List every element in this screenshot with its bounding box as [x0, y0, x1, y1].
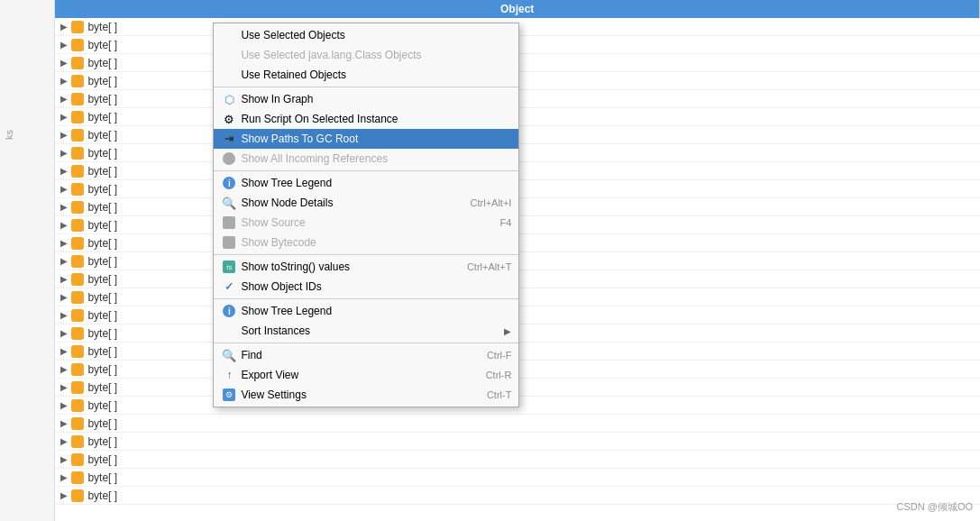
tree-row-label: byte[ ] [87, 183, 117, 196]
submenu-arrow: ▶ [504, 326, 511, 336]
menu-separator [214, 170, 518, 171]
menu-item-label: Show In Graph [241, 93, 511, 105]
menu-item-icon: 🔍 [221, 347, 237, 363]
tree-expand-icon[interactable]: ▶ [59, 328, 69, 339]
menu-item-label: Show Tree Legend [241, 305, 511, 317]
menu-item-show-tree-legend-1[interactable]: i Show Tree Legend [214, 173, 518, 193]
tree-expand-icon[interactable]: ▶ [59, 184, 69, 195]
menu-item-icon: ↑ [221, 367, 237, 383]
tree-node-icon [71, 75, 84, 87]
tree-row-label: byte[ ] [87, 327, 117, 340]
tree-expand-icon[interactable]: ▶ [59, 472, 69, 483]
tree-node-icon [71, 147, 84, 160]
tree-row-label: byte[ ] [87, 93, 117, 105]
tree-expand-icon[interactable]: ▶ [59, 436, 69, 447]
tree-expand-icon[interactable]: ▶ [59, 238, 69, 249]
menu-item-icon [221, 67, 237, 83]
menu-item-use-retained-objects[interactable]: Use Retained Objects [214, 65, 518, 85]
tree-expand-icon[interactable]: ▶ [59, 310, 69, 321]
menu-item-show-tostring[interactable]: ts Show toString() values Ctrl+Alt+T [214, 257, 518, 277]
tree-expand-icon[interactable]: ▶ [59, 382, 69, 393]
tree-expand-icon[interactable]: ▶ [59, 220, 69, 231]
menu-item-label: Show Object IDs [241, 280, 511, 293]
menu-item-label: Show Bytecode [241, 236, 511, 249]
tree-expand-icon[interactable]: ▶ [59, 94, 69, 105]
tree-node-icon [71, 291, 84, 304]
tree-node-icon [71, 237, 84, 250]
tree-expand-icon[interactable]: ▶ [59, 148, 69, 159]
tree-node-icon [71, 255, 84, 268]
tree-row[interactable]: ▶ byte[ ] [55, 415, 980, 433]
tree-expand-icon[interactable]: ▶ [59, 40, 69, 50]
menu-item-label: View Settings [241, 388, 469, 401]
context-menu: Use Selected Objects Use Selected java.l… [213, 23, 519, 407]
tree-row-label: byte[ ] [87, 417, 117, 430]
menu-item-label: Export View [241, 369, 467, 381]
menu-item-run-script[interactable]: ⚙ Run Script On Selected Instance [214, 109, 518, 129]
tree-row[interactable]: ▶ byte[ ] [55, 433, 980, 451]
tree-expand-icon[interactable]: ▶ [59, 76, 69, 87]
tree-expand-icon[interactable]: ▶ [59, 22, 69, 32]
tree-row-label: byte[ ] [87, 381, 117, 394]
tree-node-icon [71, 273, 84, 286]
tree-row[interactable]: ▶ byte[ ] [55, 469, 980, 487]
menu-item-show-paths-to-gc-root[interactable]: ⇥ Show Paths To GC Root [214, 129, 518, 149]
tree-expand-icon[interactable]: ▶ [59, 130, 69, 141]
main-area: ks Object ▶ byte[ ] ▶ byte[ ] ▶ byte[ ] … [0, 0, 980, 521]
menu-item-icon [221, 151, 237, 167]
tree-expand-icon[interactable]: ▶ [59, 346, 69, 357]
tree-node-icon [71, 399, 84, 412]
menu-item-label: Find [241, 349, 469, 361]
menu-item-show-object-ids[interactable]: ✓ Show Object IDs [214, 277, 518, 297]
tree-expand-icon[interactable]: ▶ [59, 274, 69, 285]
header-bar: Object [55, 0, 980, 18]
menu-item-use-selected-objects[interactable]: Use Selected Objects [214, 25, 518, 45]
tree-expand-icon[interactable]: ▶ [59, 400, 69, 411]
menu-item-view-settings[interactable]: ⚙ View Settings Ctrl-T [214, 385, 518, 405]
menu-item-icon: ⬡ [221, 91, 237, 107]
menu-item-find[interactable]: 🔍 Find Ctrl-F [214, 345, 518, 365]
tree-expand-icon[interactable]: ▶ [59, 292, 69, 303]
tree-expand-icon[interactable]: ▶ [59, 418, 69, 429]
menu-item-sort-instances[interactable]: Sort Instances ▶ [214, 321, 518, 341]
tree-node-icon [71, 471, 84, 484]
menu-item-label: Show Node Details [241, 197, 452, 209]
tree-expand-icon[interactable]: ▶ [59, 112, 69, 123]
tree-expand-icon[interactable]: ▶ [59, 58, 69, 69]
menu-item-show-in-graph[interactable]: ⬡ Show In Graph [214, 89, 518, 109]
tree-node-icon [71, 327, 84, 340]
tree-expand-icon[interactable]: ▶ [59, 202, 69, 213]
menu-item-icon: i [221, 303, 237, 319]
menu-item-icon: ✓ [221, 279, 237, 295]
tree-node-icon [71, 363, 84, 376]
menu-item-icon: 🔍 [221, 195, 237, 211]
menu-item-icon [221, 215, 237, 231]
sidebar-label: ks [0, 126, 18, 143]
tree-row-label: byte[ ] [87, 129, 117, 142]
tree-row[interactable]: ▶ byte[ ] [55, 487, 980, 505]
tree-expand-icon[interactable]: ▶ [59, 364, 69, 375]
menu-separator [214, 343, 518, 343]
menu-item-show-tree-legend-2[interactable]: i Show Tree Legend [214, 301, 518, 321]
tree-row-label: byte[ ] [87, 363, 117, 376]
menu-shortcut: Ctrl-T [487, 389, 512, 400]
tree-node-icon [71, 345, 84, 358]
menu-separator [214, 254, 518, 255]
menu-item-label: Use Selected Objects [241, 29, 511, 41]
tree-row-label: byte[ ] [87, 147, 117, 160]
menu-item-label: Show All Incoming References [241, 152, 511, 165]
tree-expand-icon[interactable]: ▶ [59, 490, 69, 501]
tree-row[interactable]: ▶ byte[ ] [55, 451, 980, 469]
tree-node-icon [71, 129, 84, 142]
menu-item-icon: ⚙ [221, 111, 237, 127]
tree-row-label: byte[ ] [87, 489, 117, 502]
tree-expand-icon[interactable]: ▶ [59, 166, 69, 177]
tree-row-label: byte[ ] [87, 75, 117, 87]
menu-item-icon [221, 234, 237, 251]
menu-item-export-view[interactable]: ↑ Export View Ctrl-R [214, 365, 518, 385]
menu-item-show-node-details[interactable]: 🔍 Show Node Details Ctrl+Alt+I [214, 193, 518, 213]
tree-expand-icon[interactable]: ▶ [59, 454, 69, 465]
tree-node-icon [71, 183, 84, 196]
tree-row-label: byte[ ] [87, 273, 117, 286]
tree-expand-icon[interactable]: ▶ [59, 256, 69, 267]
